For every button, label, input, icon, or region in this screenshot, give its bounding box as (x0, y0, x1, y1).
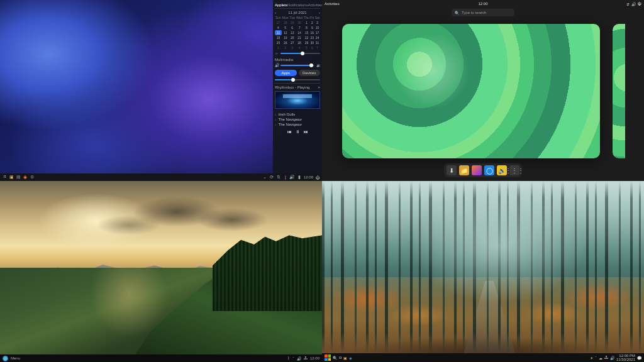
firefox-icon[interactable] (472, 165, 482, 175)
menu-label[interactable]: Menu (11, 356, 20, 360)
tray-expand-icon[interactable]: ˄ (595, 356, 597, 360)
calendar-day[interactable]: 5 (282, 25, 289, 30)
calendar-day[interactable]: 7 (296, 25, 303, 30)
calendar-day[interactable]: 17 (314, 30, 320, 35)
taskbar-clock[interactable]: 12:00 PM 11/30/2021 (616, 354, 635, 362)
onedrive-icon[interactable]: ☁ (599, 356, 602, 360)
calendar-day[interactable]: 26 (282, 40, 289, 45)
volume-icon[interactable]: 🔊 (631, 2, 636, 6)
terminal-icon[interactable]: ▤ (16, 175, 21, 180)
start-button[interactable] (325, 354, 331, 361)
calendar-day[interactable]: 3 (314, 20, 320, 25)
calendar-day[interactable]: 7 (314, 45, 320, 50)
power-icon[interactable]: ⏻ (638, 2, 641, 6)
calendar-day[interactable]: 18 (275, 35, 282, 40)
calendar-day[interactable]: 14 (296, 30, 303, 35)
overview-search[interactable]: 🔍 Type to search (452, 9, 514, 16)
calendar-day[interactable]: 28 (296, 40, 303, 45)
calendar-day[interactable]: 29 (303, 40, 309, 45)
tab-applets[interactable]: Applets (275, 2, 287, 8)
calendar-day[interactable]: 11 (275, 30, 282, 35)
calendar-day[interactable]: 1 (275, 45, 282, 50)
calendar-day[interactable]: 29 (289, 20, 296, 25)
sound-icon[interactable]: 🔊 (290, 175, 295, 180)
calendar-day[interactable]: 4 (275, 25, 282, 30)
chevron-left-icon[interactable]: ‹ (275, 11, 276, 14)
calendar-day[interactable]: 30 (296, 20, 303, 25)
window-thumbnail[interactable] (342, 24, 600, 158)
overview-area[interactable] (322, 20, 644, 162)
firefox-icon[interactable]: ◉ (23, 175, 28, 180)
search-icon[interactable]: 🔍 (333, 356, 337, 360)
power-icon[interactable]: ⏻ (315, 175, 320, 180)
calendar-day[interactable]: 5 (303, 45, 309, 50)
bluetooth-icon[interactable]: ᛒ (287, 356, 290, 361)
files-icon[interactable]: ▣ (9, 175, 14, 180)
calendar-day[interactable]: 16 (310, 30, 314, 35)
calendar-day[interactable]: 6 (310, 45, 314, 50)
calendar-day[interactable]: 4 (296, 45, 303, 50)
calendar-day[interactable]: 9 (310, 25, 314, 30)
tab-notifications[interactable]: Notifications (287, 2, 308, 8)
volume-icon[interactable]: 🔊 (297, 356, 301, 361)
window-thumbnail-partial[interactable] (613, 24, 625, 158)
calendar-day[interactable]: 12 (282, 30, 289, 35)
tray-expand-icon[interactable]: ⌄ (262, 175, 267, 180)
start-menu-icon[interactable] (3, 356, 8, 361)
volume-icon[interactable]: 🔊 (610, 356, 614, 360)
app-grid-icon[interactable]: ⠿ (2, 175, 7, 180)
media-progress[interactable] (275, 79, 320, 80)
refresh-icon[interactable]: ⟳ (269, 175, 274, 180)
apps-button[interactable]: Apps (275, 70, 297, 76)
calendar[interactable]: SunMonTueWedThuFriSat2728293012345678910… (275, 15, 320, 50)
track-item[interactable]: Irish Gulls (275, 112, 320, 117)
activities-button[interactable]: Activities (325, 2, 340, 6)
bluetooth-icon[interactable]: ᛒ (283, 175, 288, 180)
software-icon[interactable]: ◯ (484, 165, 494, 175)
app-icon[interactable]: ◈ (349, 356, 352, 360)
chevron-right-icon[interactable]: › (319, 11, 320, 14)
files-icon[interactable]: 📁 (459, 165, 469, 175)
taskbar-clock[interactable]: 12:00 (304, 175, 313, 179)
app-grid-icon[interactable]: ⋮⋮⋮ (509, 165, 519, 175)
calendar-day[interactable]: 2 (282, 45, 289, 50)
calendar-day[interactable]: 27 (275, 20, 282, 25)
calendar-day[interactable]: 10 (314, 25, 320, 30)
network-icon[interactable]: 🖧 (604, 356, 608, 359)
calendar-day[interactable]: 30 (310, 40, 314, 45)
calendar-day[interactable]: 2 (310, 20, 314, 25)
topbar-clock[interactable]: 12:00 (478, 2, 487, 6)
calendar-day[interactable]: 24 (314, 35, 320, 40)
task-view-icon[interactable]: ⧉ (339, 356, 341, 360)
calendar-day[interactable]: 27 (289, 40, 296, 45)
calendar-day[interactable]: 23 (310, 35, 314, 40)
calendar-day[interactable]: 3 (289, 45, 296, 50)
next-track-icon[interactable]: ⏭ (304, 129, 308, 134)
weather-icon[interactable]: ☀ (590, 356, 593, 360)
calendar-day[interactable]: 6 (289, 25, 296, 30)
calendar-day[interactable]: 13 (289, 30, 296, 35)
track-item[interactable]: The Navigator (275, 122, 320, 127)
network-icon[interactable]: ⇵ (626, 2, 630, 6)
calendar-day[interactable]: 8 (303, 25, 309, 30)
battery-icon[interactable]: ▮ (297, 175, 302, 180)
calendar-day[interactable]: 25 (275, 40, 282, 45)
calendar-day[interactable]: 31 (314, 40, 320, 45)
calendar-day[interactable]: 28 (282, 20, 289, 25)
volume-slider[interactable]: 🔊 🔉 (275, 63, 320, 67)
play-pause-icon[interactable]: ⏸ (296, 129, 300, 134)
track-item[interactable]: The Navigator (275, 117, 320, 122)
calendar-day[interactable]: 19 (282, 35, 289, 40)
network-icon[interactable]: 🖧 (304, 356, 308, 361)
tab-activities[interactable]: Activities (308, 2, 322, 8)
settings-icon[interactable]: ⚙ (30, 175, 35, 180)
devices-button[interactable]: Devices (299, 70, 321, 76)
calendar-day[interactable]: 20 (289, 35, 296, 40)
calendar-day[interactable]: 21 (296, 35, 303, 40)
taskbar-clock[interactable]: 12:00 (310, 356, 319, 361)
tray-expand-icon[interactable]: ˄ (292, 356, 294, 361)
notifications-icon[interactable]: 💬 (637, 356, 641, 360)
calendar-day[interactable]: 22 (303, 35, 309, 40)
close-icon[interactable]: × (318, 85, 320, 89)
calendar-day[interactable]: 1 (303, 20, 309, 25)
